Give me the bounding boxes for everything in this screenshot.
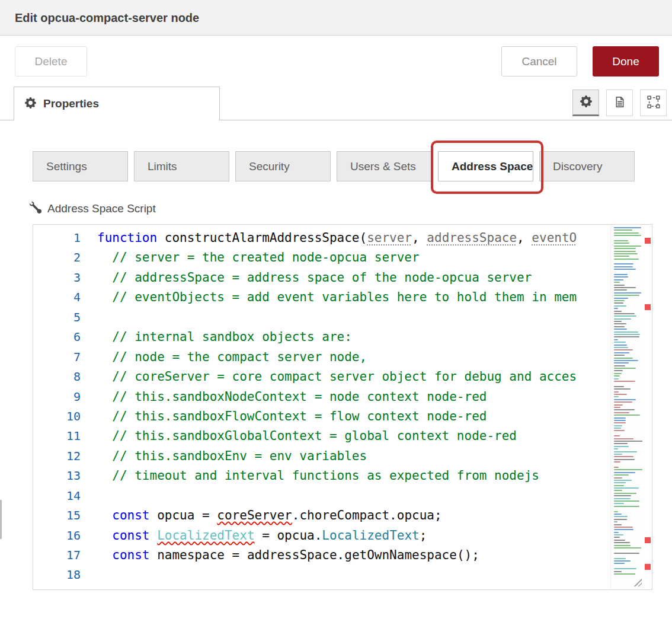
code-line[interactable]: // this.sandboxEnv = env variables: [97, 447, 610, 466]
code-line[interactable]: // timeout and interval functions as exp…: [97, 466, 610, 486]
code-line[interactable]: const Variant = opcua.Variant;: [97, 585, 610, 589]
tab-address-space[interactable]: Address Space: [438, 151, 533, 181]
overview-ruler: [644, 225, 652, 589]
code-line[interactable]: // coreServer = core compact server obje…: [97, 367, 610, 387]
line-number: 10: [33, 407, 97, 426]
line-number: 15: [33, 506, 97, 525]
delete-button[interactable]: Delete: [15, 46, 87, 76]
error-marker: [645, 238, 651, 244]
code-line[interactable]: const LocalizedText = opcua.LocalizedTex…: [97, 526, 610, 546]
cancel-button[interactable]: Cancel: [501, 46, 577, 76]
tab-security[interactable]: Security: [235, 151, 331, 181]
left-scrollbar[interactable]: [0, 500, 2, 539]
appearance-icon: [647, 95, 660, 111]
dialog-title: Edit opcua-compact-server node: [15, 11, 199, 25]
code-line[interactable]: // this.sandboxFlowContext = flow contex…: [97, 407, 610, 426]
code-line[interactable]: // server = the created node-opcua serve…: [97, 248, 610, 267]
code-line[interactable]: [97, 308, 610, 327]
code-line[interactable]: // node = the compact server node,: [97, 347, 610, 367]
code-line[interactable]: // this.sandboxGlobalContext = global co…: [97, 426, 610, 446]
tab-properties-label: Properties: [43, 97, 99, 110]
code-line[interactable]: // internal sandbox objects are:: [97, 327, 610, 347]
edit-node-dialog: Edit opcua-compact-server node Delete Ca…: [0, 0, 672, 625]
form-tab-bar: Settings Limits Security Users & Sets Ad…: [33, 151, 635, 181]
line-number: 2: [33, 248, 97, 267]
line-number: 1: [33, 228, 97, 248]
tab-settings[interactable]: Settings: [33, 151, 128, 181]
node-settings-button[interactable]: [572, 90, 599, 116]
line-number: 13: [33, 466, 97, 486]
done-button[interactable]: Done: [593, 46, 659, 76]
line-number: 5: [33, 308, 97, 327]
code-line[interactable]: // addressSpace = address space of the n…: [97, 268, 610, 288]
tab-properties[interactable]: Properties: [14, 87, 220, 120]
section-label: Address Space Script: [47, 202, 156, 215]
error-marker: [645, 304, 651, 310]
section-header: Address Space Script: [30, 202, 156, 216]
wrench-icon: [30, 202, 41, 216]
line-number: 4: [33, 288, 97, 307]
node-appearance-button[interactable]: [640, 90, 667, 116]
line-number: 14: [33, 486, 97, 506]
line-number: 17: [33, 546, 97, 565]
tab-limits[interactable]: Limits: [134, 151, 229, 181]
line-number: 16: [33, 526, 97, 546]
line-number: 11: [33, 426, 97, 446]
dialog-header: Edit opcua-compact-server node: [0, 0, 672, 36]
gear-icon: [25, 97, 36, 111]
code-line[interactable]: [97, 565, 610, 585]
document-icon: [614, 96, 626, 110]
code-line[interactable]: // this.sandboxNodeContext = node contex…: [97, 387, 610, 407]
error-marker: [645, 564, 651, 570]
line-number: 9: [33, 387, 97, 407]
line-number: 3: [33, 268, 97, 288]
node-description-button[interactable]: [606, 90, 633, 116]
line-number: 19: [33, 585, 97, 590]
code-lines[interactable]: function constructAlarmAddressSpace(serv…: [97, 225, 610, 589]
tab-discovery[interactable]: Discovery: [539, 151, 635, 181]
line-number: 8: [33, 367, 97, 387]
minimap-content: [614, 227, 644, 575]
code-line[interactable]: const opcua = coreServer.choreCompact.op…: [97, 506, 610, 525]
code-editor[interactable]: 12345678910111213141516171819 function c…: [33, 224, 652, 590]
editor-gutter: 12345678910111213141516171819: [33, 225, 97, 589]
code-line[interactable]: const namespace = addressSpace.getOwnNam…: [97, 546, 610, 565]
minimap[interactable]: [610, 225, 644, 589]
code-line[interactable]: function constructAlarmAddressSpace(serv…: [97, 228, 610, 248]
code-line[interactable]: // eventObjects = add event variables he…: [97, 288, 610, 307]
gear-icon: [580, 95, 592, 110]
line-number: 6: [33, 327, 97, 347]
error-marker: [645, 537, 651, 543]
line-number: 18: [33, 565, 97, 585]
line-number: 12: [33, 447, 97, 466]
code-line[interactable]: [97, 486, 610, 506]
tab-users-sets[interactable]: Users & Sets: [337, 151, 432, 181]
line-number: 7: [33, 347, 97, 367]
